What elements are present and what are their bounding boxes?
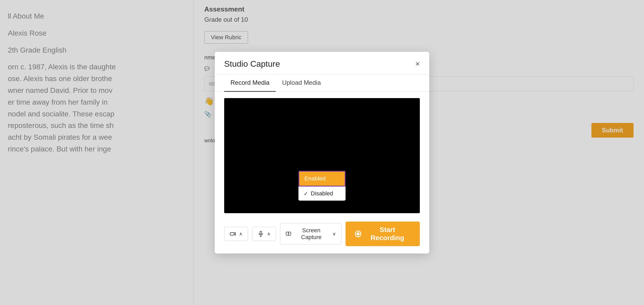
svg-rect-1 [260,231,262,234]
enabled-label: Enabled [304,175,326,182]
record-dot [357,232,360,235]
svg-rect-0 [230,233,234,235]
dropdown-option-disabled[interactable]: ✓ Disabled [298,187,346,201]
camera-chevron: ∧ [239,231,242,237]
tab-record-media[interactable]: Record Media [224,74,276,92]
studio-capture-modal: Studio Capture × Record Media Upload Med… [215,52,429,253]
tab-upload-media[interactable]: Upload Media [276,74,327,92]
modal-tabs: Record Media Upload Media [215,74,429,92]
camera-button[interactable]: ∧ [224,227,248,241]
microphone-icon [258,231,264,237]
start-recording-button[interactable]: Start Recording [346,222,420,246]
dropdown-option-enabled[interactable]: Enabled [298,171,346,187]
modal-title: Studio Capture [224,59,280,69]
record-circle-icon [355,230,361,237]
disabled-label: Disabled [311,190,333,197]
camera-icon [230,231,236,237]
checkmark-icon: ✓ [304,190,308,197]
video-preview-area: Enabled ✓ Disabled [224,98,420,213]
modal-toolbar: ∧ ∧ S [215,217,429,253]
screen-capture-label: Screen Capture [293,227,329,241]
modal-close-button[interactable]: × [415,60,420,68]
microphone-button[interactable]: ∧ [252,227,276,241]
modal-header: Studio Capture × [215,52,429,74]
screen-capture-button[interactable]: Screen Capture ∨ [280,223,341,245]
modal-overlay: Studio Capture × Record Media Upload Med… [0,0,644,305]
start-recording-label: Start Recording [364,226,410,242]
mic-chevron: ∧ [267,231,270,237]
screen-capture-icon [286,231,291,237]
camera-dropdown-menu: Enabled ✓ Disabled [298,171,346,201]
screen-capture-chevron: ∨ [332,231,336,237]
